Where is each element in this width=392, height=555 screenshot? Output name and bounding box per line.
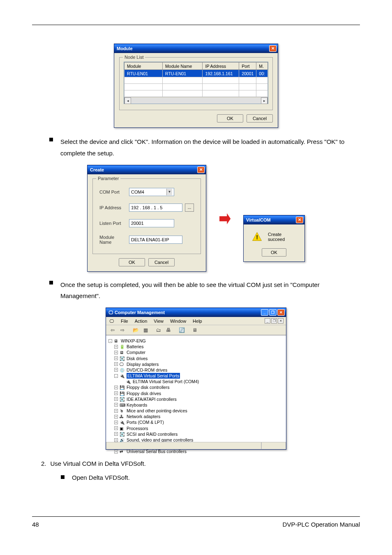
scroll-left-icon[interactable]: ◂ — [125, 97, 131, 104]
compmgmt-titlebar[interactable]: 🖵 Computer Management _ ❐ ✕ — [106, 308, 286, 317]
close-icon[interactable]: ✕ — [269, 45, 277, 52]
com-port-select[interactable]: COM4 ▼ — [129, 188, 174, 196]
forward-icon[interactable]: ⇨ — [118, 326, 127, 334]
compmgmt-title: Computer Management — [115, 310, 165, 315]
up-folder-icon[interactable]: 📂 — [131, 326, 140, 334]
scan-icon[interactable]: 🖥 — [191, 326, 199, 334]
print-icon[interactable]: 🖶 — [164, 326, 173, 334]
mdi-restore-icon[interactable]: ❐ — [271, 318, 277, 324]
cancel-button[interactable]: Cancel — [247, 114, 273, 123]
scroll-right-icon[interactable]: ▸ — [261, 97, 267, 104]
create-titlebar[interactable]: Create ✕ — [88, 165, 206, 174]
cancel-button[interactable]: Cancel — [148, 258, 175, 266]
menu-bar[interactable]: 🖵 File Action View Window Help _ ❐ ✕ — [106, 317, 286, 325]
menu-view[interactable]: View — [154, 319, 164, 324]
manual-title: DVP-PLC Operation Manual — [283, 521, 360, 528]
tree-item[interactable]: ELTIMA Virtual Serial Port (COM4) — [133, 379, 199, 384]
table-row[interactable] — [125, 84, 268, 90]
parameter-fieldset: Parameter COM Port COM4 ▼ IP Address 192… — [92, 178, 201, 254]
ok-button[interactable]: OK — [217, 114, 243, 123]
listen-port-input[interactable]: 20001 — [129, 219, 174, 227]
bullet-icon — [61, 475, 65, 479]
node-list-table[interactable]: Module Module Name IP Address Port M. RT… — [124, 62, 268, 104]
page-number: 48 — [32, 521, 39, 528]
table-row[interactable]: RTU-EN01 RTU-EN01 192.168.1.161 20001 00… — [125, 70, 268, 77]
chevron-down-icon[interactable]: ▼ — [166, 189, 172, 195]
tree-item[interactable]: IDE ATA/ATAPI controllers — [127, 396, 177, 402]
msgbox-message: Create succeed — [268, 232, 296, 242]
listen-port-label: Listen Port — [99, 221, 122, 226]
table-row[interactable] — [125, 77, 268, 84]
tree-item[interactable]: DVD/CD-ROM drives — [127, 367, 167, 373]
ok-button[interactable]: OK — [262, 248, 286, 257]
col-port[interactable]: Port — [239, 62, 256, 70]
module-name-input[interactable]: DELTA ENA01-EIP — [129, 236, 182, 244]
tree-item[interactable]: Network adapters — [127, 414, 160, 419]
minimize-icon[interactable]: _ — [261, 309, 268, 316]
svg-text:!: ! — [256, 234, 258, 240]
module-dialog: Module ✕ Node List Module Module Name IP — [114, 44, 278, 128]
tree-item[interactable]: Floppy disk drives — [127, 391, 161, 396]
create-title: Create — [90, 167, 104, 172]
warning-icon: ! — [252, 231, 262, 243]
page-footer-rule — [32, 516, 360, 517]
tree-item[interactable]: Disk drives — [127, 356, 148, 361]
node-list-fieldset: Node List Module Module Name IP Address … — [119, 57, 273, 110]
ok-button[interactable]: OK — [119, 258, 145, 266]
com-port-label: COM Port — [99, 190, 122, 194]
menu-window[interactable]: Window — [170, 319, 186, 324]
page-header-rule — [32, 25, 360, 25]
parameter-legend: Parameter — [96, 176, 120, 181]
properties-icon[interactable]: 🗂 — [154, 326, 163, 334]
arrow-right-icon: ➡ — [219, 205, 231, 231]
status-bar — [106, 442, 286, 449]
tree-item[interactable]: SCSI and RAID controllers — [127, 431, 178, 437]
toolbar: ⇦ ⇨ 📂 ▦ 🗂 🖶 🔄 🖥 — [106, 325, 286, 335]
menu-action[interactable]: Action — [135, 319, 148, 324]
device-tree[interactable]: -🖥WINXP-ENG +🔋Batteries +🖥Computer +💽Dis… — [106, 335, 286, 442]
bullet-icon — [49, 281, 53, 284]
col-module[interactable]: Module — [125, 62, 163, 70]
table-row[interactable] — [125, 90, 268, 97]
menu-file[interactable]: File — [121, 319, 128, 324]
mdi-close-icon[interactable]: ✕ — [278, 318, 284, 324]
module-name-label: Module Name — [99, 235, 122, 245]
tree-item[interactable]: Computer — [127, 349, 145, 355]
menu-help[interactable]: Help — [193, 319, 202, 324]
virtualcom-msgbox: VirtualCOM ✕ ! Create succeed OK — [243, 215, 305, 262]
tree-item[interactable]: Universal Serial Bus controllers — [127, 449, 187, 454]
tree-item[interactable]: Ports (COM & LPT) — [127, 419, 164, 425]
ip-address-input[interactable]: 192 . 168 . 1 . 5 — [129, 204, 182, 212]
maximize-icon[interactable]: ❐ — [269, 309, 277, 316]
tree-item-selected[interactable]: ELTIMA Virtual Serial Ports — [127, 373, 180, 379]
computer-management-window: 🖵 Computer Management _ ❐ ✕ 🖵 File Actio… — [106, 308, 286, 450]
show-hide-icon[interactable]: ▦ — [141, 326, 150, 334]
refresh-icon[interactable]: 🔄 — [178, 326, 186, 334]
bullet-icon — [49, 138, 53, 141]
col-module-name[interactable]: Module Name — [163, 62, 203, 70]
list-number: 2. — [41, 458, 46, 469]
ip-address-label: IP Address — [99, 205, 122, 210]
msgbox-titlebar[interactable]: VirtualCOM ✕ — [244, 215, 304, 224]
mdi-minimize-icon[interactable]: _ — [265, 318, 270, 324]
compmgmt-icon: 🖵 — [108, 310, 113, 315]
tree-item[interactable]: Keyboards — [127, 402, 147, 408]
node-list-legend: Node List — [123, 55, 145, 60]
tree-item[interactable]: Floppy disk controllers — [127, 384, 169, 390]
back-icon[interactable]: ⇦ — [108, 326, 117, 334]
browse-button[interactable]: ... — [185, 204, 194, 212]
module-titlebar[interactable]: Module ✕ — [114, 44, 278, 53]
close-icon[interactable]: ✕ — [197, 166, 205, 173]
close-icon[interactable]: ✕ — [277, 309, 285, 316]
horizontal-scrollbar[interactable]: ◂ ▸ — [124, 97, 268, 104]
col-m[interactable]: M. — [256, 62, 268, 70]
tree-item[interactable]: Display adapters — [127, 361, 159, 367]
create-dialog: Create ✕ Parameter COM Port COM4 ▼ — [87, 165, 206, 272]
col-ip[interactable]: IP Address — [203, 62, 239, 70]
instruction-text: Once the setup is completed, you will th… — [60, 279, 360, 302]
tree-item[interactable]: Batteries — [127, 344, 143, 349]
close-icon[interactable]: ✕ — [296, 217, 303, 223]
tree-item[interactable]: Mice and other pointing devices — [127, 408, 187, 414]
tree-item[interactable]: Processors — [127, 426, 148, 431]
tree-root[interactable]: WINXP-ENG — [121, 338, 146, 344]
